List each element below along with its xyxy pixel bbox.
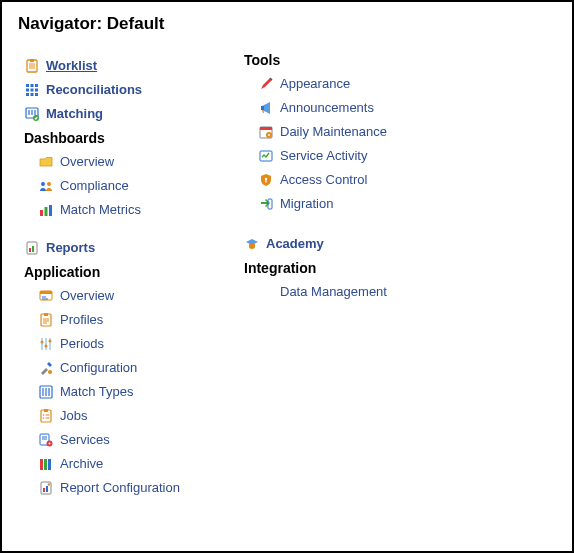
nav-item-daily-maintenance[interactable]: Daily Maintenance bbox=[258, 122, 424, 142]
svg-point-26 bbox=[45, 345, 48, 348]
svg-point-43 bbox=[48, 483, 50, 485]
overview-icon bbox=[38, 288, 54, 304]
svg-rect-6 bbox=[31, 89, 34, 92]
svg-rect-5 bbox=[26, 89, 29, 92]
svg-point-36 bbox=[49, 443, 51, 445]
app-overview-link[interactable]: Overview bbox=[60, 286, 114, 306]
nav-item-app-overview[interactable]: Overview bbox=[38, 286, 204, 306]
brush-icon bbox=[258, 76, 274, 92]
people-icon bbox=[38, 178, 54, 194]
tools-header: Tools bbox=[244, 52, 424, 68]
tools-icon bbox=[38, 360, 54, 376]
access-control-link[interactable]: Access Control bbox=[280, 170, 367, 190]
svg-rect-15 bbox=[40, 210, 43, 216]
svg-point-49 bbox=[265, 178, 267, 180]
svg-rect-20 bbox=[32, 246, 34, 252]
jobs-link[interactable]: Jobs bbox=[60, 406, 87, 426]
svg-rect-4 bbox=[35, 84, 38, 87]
announcements-link[interactable]: Announcements bbox=[280, 98, 374, 118]
svg-rect-42 bbox=[46, 486, 48, 492]
nav-item-data-management[interactable]: Data Management bbox=[258, 282, 424, 302]
svg-point-14 bbox=[47, 182, 51, 186]
svg-rect-24 bbox=[44, 313, 48, 316]
svg-rect-8 bbox=[26, 93, 29, 96]
svg-point-28 bbox=[48, 370, 52, 374]
nav-item-compliance[interactable]: Compliance bbox=[38, 176, 204, 196]
match-types-icon bbox=[38, 384, 54, 400]
academy-icon bbox=[244, 236, 260, 252]
reconciliations-link[interactable]: Reconciliations bbox=[46, 80, 142, 100]
report-config-icon bbox=[38, 480, 54, 496]
svg-rect-41 bbox=[43, 488, 45, 492]
gear-doc-icon bbox=[38, 432, 54, 448]
folder-icon bbox=[38, 154, 54, 170]
nav-item-archive[interactable]: Archive bbox=[38, 454, 204, 474]
archive-link[interactable]: Archive bbox=[60, 454, 103, 474]
right-column: Tools Appearance Announcements Daily Mai… bbox=[244, 52, 424, 502]
nav-item-access-control[interactable]: Access Control bbox=[258, 170, 424, 190]
nav-item-configuration[interactable]: Configuration bbox=[38, 358, 204, 378]
navigator-panel: Navigator: Default Worklist Reconciliati… bbox=[0, 0, 574, 553]
profiles-link[interactable]: Profiles bbox=[60, 310, 103, 330]
svg-point-13 bbox=[41, 182, 45, 186]
periods-link[interactable]: Periods bbox=[60, 334, 104, 354]
matching-link[interactable]: Matching bbox=[46, 104, 103, 124]
blank-icon bbox=[258, 284, 274, 300]
nav-item-report-config[interactable]: Report Configuration bbox=[38, 478, 204, 498]
svg-rect-38 bbox=[44, 459, 47, 470]
nav-item-services[interactable]: Services bbox=[38, 430, 204, 450]
svg-rect-10 bbox=[35, 93, 38, 96]
megaphone-icon bbox=[258, 100, 274, 116]
configuration-link[interactable]: Configuration bbox=[60, 358, 137, 378]
nav-item-profiles[interactable]: Profiles bbox=[38, 310, 204, 330]
svg-point-32 bbox=[43, 414, 45, 416]
svg-rect-31 bbox=[44, 409, 48, 412]
bar-chart-icon bbox=[38, 202, 54, 218]
worklist-link[interactable]: Worklist bbox=[46, 56, 97, 76]
daily-maintenance-link[interactable]: Daily Maintenance bbox=[280, 122, 387, 142]
nav-item-academy[interactable]: Academy bbox=[244, 234, 424, 254]
svg-rect-9 bbox=[31, 93, 34, 96]
nav-item-service-activity[interactable]: Service Activity bbox=[258, 146, 424, 166]
svg-rect-2 bbox=[26, 84, 29, 87]
service-activity-link[interactable]: Service Activity bbox=[280, 146, 367, 166]
left-column: Worklist Reconciliations Matching Dashbo… bbox=[24, 52, 204, 502]
clipboard-icon bbox=[24, 58, 40, 74]
svg-rect-19 bbox=[29, 248, 31, 252]
svg-rect-3 bbox=[31, 84, 34, 87]
matching-icon bbox=[24, 106, 40, 122]
archive-icon bbox=[38, 456, 54, 472]
nav-item-announcements[interactable]: Announcements bbox=[258, 98, 424, 118]
nav-item-periods[interactable]: Periods bbox=[38, 334, 204, 354]
nav-item-dash-overview[interactable]: Overview bbox=[38, 152, 204, 172]
shield-icon bbox=[258, 172, 274, 188]
report-config-link[interactable]: Report Configuration bbox=[60, 478, 180, 498]
academy-link[interactable]: Academy bbox=[266, 234, 324, 254]
match-types-link[interactable]: Match Types bbox=[60, 382, 133, 402]
nav-item-reports[interactable]: Reports bbox=[24, 238, 204, 258]
nav-item-match-metrics[interactable]: Match Metrics bbox=[38, 200, 204, 220]
migration-link[interactable]: Migration bbox=[280, 194, 333, 214]
svg-point-47 bbox=[268, 134, 270, 136]
page-title: Navigator: Default bbox=[18, 14, 556, 34]
nav-item-appearance[interactable]: Appearance bbox=[258, 74, 424, 94]
services-link[interactable]: Services bbox=[60, 430, 110, 450]
nav-item-reconciliations[interactable]: Reconciliations bbox=[24, 80, 204, 100]
reports-link[interactable]: Reports bbox=[46, 238, 95, 258]
match-metrics-link[interactable]: Match Metrics bbox=[60, 200, 141, 220]
dash-overview-link[interactable]: Overview bbox=[60, 152, 114, 172]
compliance-link[interactable]: Compliance bbox=[60, 176, 129, 196]
nav-item-migration[interactable]: Migration bbox=[258, 194, 424, 214]
nav-item-match-types[interactable]: Match Types bbox=[38, 382, 204, 402]
nav-item-jobs[interactable]: Jobs bbox=[38, 406, 204, 426]
svg-rect-45 bbox=[260, 127, 272, 130]
nav-item-matching[interactable]: Matching bbox=[24, 104, 204, 124]
migration-icon bbox=[258, 196, 274, 212]
svg-rect-16 bbox=[45, 207, 48, 216]
svg-rect-1 bbox=[30, 59, 34, 62]
svg-rect-7 bbox=[35, 89, 38, 92]
data-management-link[interactable]: Data Management bbox=[280, 282, 387, 302]
nav-item-worklist[interactable]: Worklist bbox=[24, 56, 204, 76]
svg-rect-37 bbox=[40, 459, 43, 470]
appearance-link[interactable]: Appearance bbox=[280, 74, 350, 94]
